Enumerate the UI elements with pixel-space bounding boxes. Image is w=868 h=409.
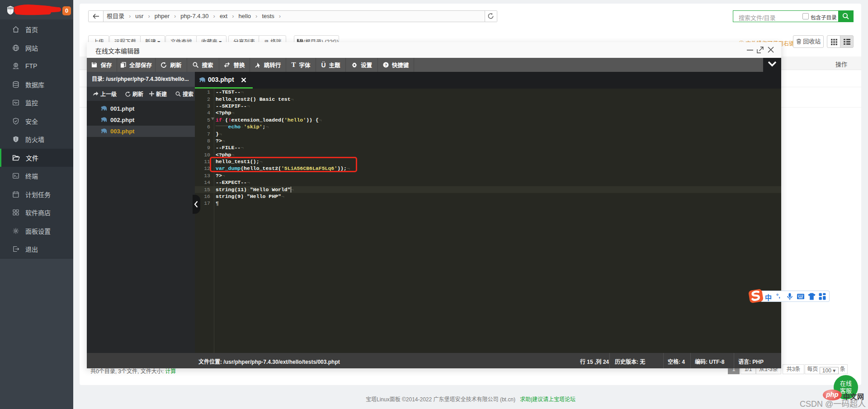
svg-text:?: ? (384, 63, 387, 67)
